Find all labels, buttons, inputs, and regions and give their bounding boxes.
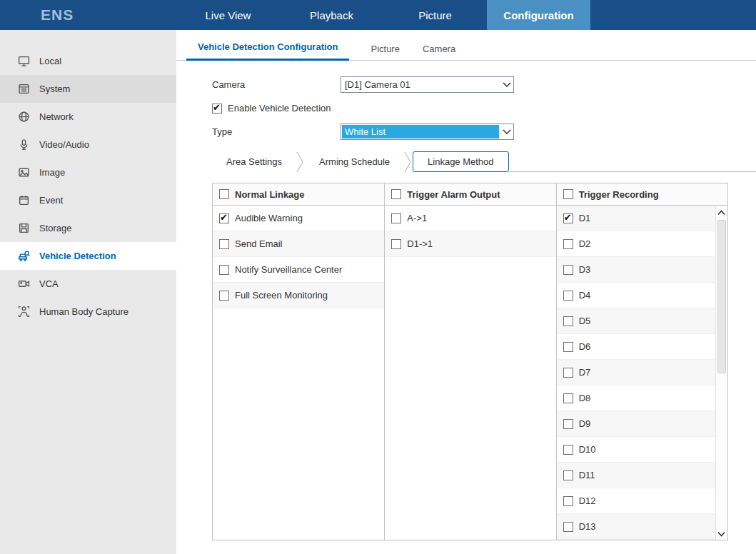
nav-configuration[interactable]: Configuration bbox=[487, 0, 590, 30]
sidebar-item-label: Vehicle Detection bbox=[39, 251, 116, 261]
channel-d13-checkbox[interactable] bbox=[563, 522, 573, 532]
tab-camera[interactable]: Camera bbox=[411, 44, 467, 61]
sidebar-item-image[interactable]: Image bbox=[0, 158, 176, 186]
sidebar-item-local[interactable]: Local bbox=[0, 47, 176, 75]
column-header-label: Trigger Recording bbox=[579, 189, 659, 200]
channel-d1-checkbox[interactable] bbox=[563, 213, 573, 223]
nav-live-view[interactable]: Live View bbox=[176, 0, 280, 30]
row-label: D5 bbox=[579, 316, 591, 326]
row-label: Send Email bbox=[235, 238, 282, 249]
row-label: D2 bbox=[579, 238, 591, 249]
type-select[interactable]: White List bbox=[341, 124, 514, 140]
subtab-area-settings[interactable]: Area Settings bbox=[212, 151, 296, 172]
brand-logo: ENS bbox=[0, 0, 176, 30]
enable-vehicle-detection-label: Enable Vehicle Detection bbox=[228, 103, 331, 114]
subtab-separator bbox=[296, 151, 305, 172]
sidebar-item-label: Video/Audio bbox=[39, 139, 89, 150]
subtab-linkage-method[interactable]: Linkage Method bbox=[413, 151, 509, 172]
nav-picture[interactable]: Picture bbox=[383, 0, 487, 30]
trigger-alarm-output-select-all-checkbox[interactable] bbox=[391, 189, 401, 199]
table-row: D6 bbox=[557, 334, 727, 360]
channel-d7-checkbox[interactable] bbox=[563, 368, 573, 378]
sidebar-item-human-body-capture[interactable]: Human Body Capture bbox=[0, 298, 176, 326]
row-label: D12 bbox=[579, 495, 596, 506]
sidebar-item-label: Local bbox=[39, 56, 61, 66]
channel-d2-checkbox[interactable] bbox=[563, 239, 573, 249]
audible-warning-checkbox[interactable] bbox=[219, 213, 229, 223]
sidebar-item-vehicle-detection[interactable]: Vehicle Detection bbox=[0, 242, 176, 270]
image-icon bbox=[18, 166, 30, 178]
type-label: Type bbox=[212, 126, 341, 137]
vehicle-detection-icon bbox=[18, 250, 30, 262]
trigger-recording-body: D1 D2 D3 D4 bbox=[557, 206, 727, 540]
channel-d4-checkbox[interactable] bbox=[563, 291, 573, 301]
notify-surveillance-center-checkbox[interactable] bbox=[219, 265, 229, 275]
row-label: Full Screen Monitoring bbox=[235, 290, 328, 301]
nav-playback[interactable]: Playback bbox=[280, 0, 383, 30]
vca-icon bbox=[18, 278, 30, 290]
sidebar-item-label: Human Body Capture bbox=[39, 306, 128, 317]
row-label: D9 bbox=[579, 418, 591, 429]
tab-vehicle-detection-configuration[interactable]: Vehicle Detection Configuration bbox=[186, 41, 349, 61]
tab-picture[interactable]: Picture bbox=[359, 44, 410, 61]
sidebar-item-event[interactable]: Event bbox=[0, 186, 176, 214]
row-label: Audible Warning bbox=[235, 213, 303, 223]
channel-d10-checkbox[interactable] bbox=[563, 445, 573, 455]
subtab-arming-schedule[interactable]: Arming Schedule bbox=[305, 151, 404, 172]
scrollbar-thumb[interactable] bbox=[717, 220, 726, 373]
table-row: A->1 bbox=[385, 206, 555, 231]
sidebar-item-storage[interactable]: Storage bbox=[0, 214, 176, 242]
channel-d8-checkbox[interactable] bbox=[563, 393, 573, 403]
channel-d6-checkbox[interactable] bbox=[563, 342, 573, 352]
sidebar-item-label: VCA bbox=[39, 278, 59, 289]
send-email-checkbox[interactable] bbox=[219, 239, 229, 249]
column-trigger-alarm-output: Trigger Alarm Output A->1 D1->1 bbox=[384, 183, 555, 540]
alarm-output-d1-1-checkbox[interactable] bbox=[391, 239, 401, 249]
table-row: D11 bbox=[557, 463, 727, 488]
channel-d11-checkbox[interactable] bbox=[563, 470, 573, 480]
row-label: D13 bbox=[579, 521, 596, 532]
monitor-icon bbox=[18, 55, 30, 67]
sidebar-item-network[interactable]: Network bbox=[0, 103, 176, 131]
row-label: A->1 bbox=[407, 213, 427, 223]
channel-d12-checkbox[interactable] bbox=[563, 496, 573, 506]
column-header-label: Normal Linkage bbox=[235, 189, 305, 200]
sidebar-item-system[interactable]: System bbox=[0, 75, 176, 103]
channel-d9-checkbox[interactable] bbox=[563, 419, 573, 429]
trigger-alarm-output-body: A->1 D1->1 bbox=[385, 206, 555, 540]
table-row: D5 bbox=[557, 308, 727, 334]
channel-d3-checkbox[interactable] bbox=[563, 265, 573, 275]
row-label: D11 bbox=[579, 470, 595, 480]
scroll-up-button[interactable] bbox=[716, 206, 727, 218]
column-trigger-recording: Trigger Recording D1 D2 D3 bbox=[556, 183, 727, 540]
sidebar-item-label: Image bbox=[39, 167, 65, 178]
camera-select[interactable]: [D1] Camera 01 bbox=[341, 76, 514, 93]
normal-linkage-select-all-checkbox[interactable] bbox=[219, 189, 229, 199]
sidebar-item-video-audio[interactable]: Video/Audio bbox=[0, 131, 176, 158]
sidebar-item-vca[interactable]: VCA bbox=[0, 270, 176, 298]
sub-tabs: Area Settings Arming Schedule Linkage Me… bbox=[212, 151, 756, 172]
enable-vehicle-detection-checkbox[interactable] bbox=[212, 104, 222, 114]
chevron-down-icon[interactable] bbox=[500, 124, 513, 139]
row-label: D1->1 bbox=[407, 238, 433, 249]
scroll-down-button[interactable] bbox=[716, 528, 727, 540]
person-icon bbox=[18, 306, 30, 318]
row-label: Notify Surveillance Center bbox=[235, 264, 342, 275]
table-row: D10 bbox=[557, 437, 727, 463]
table-row: D7 bbox=[557, 360, 727, 386]
trigger-recording-select-all-checkbox[interactable] bbox=[563, 189, 573, 199]
table-row: Full Screen Monitoring bbox=[213, 283, 384, 308]
table-row: D8 bbox=[557, 386, 727, 411]
table-row: D13 bbox=[557, 514, 727, 540]
row-label: D1 bbox=[579, 213, 591, 223]
trigger-alarm-output-header: Trigger Alarm Output bbox=[385, 183, 555, 206]
chevron-down-icon[interactable] bbox=[500, 77, 513, 92]
channel-d5-checkbox[interactable] bbox=[563, 316, 573, 326]
alarm-output-a1-checkbox[interactable] bbox=[391, 213, 401, 223]
column-header-label: Trigger Alarm Output bbox=[407, 189, 500, 200]
vertical-scrollbar[interactable] bbox=[715, 206, 727, 540]
table-row: Send Email bbox=[213, 231, 384, 257]
microphone-icon bbox=[18, 138, 30, 151]
calendar-icon bbox=[18, 194, 30, 206]
full-screen-monitoring-checkbox[interactable] bbox=[219, 291, 229, 301]
